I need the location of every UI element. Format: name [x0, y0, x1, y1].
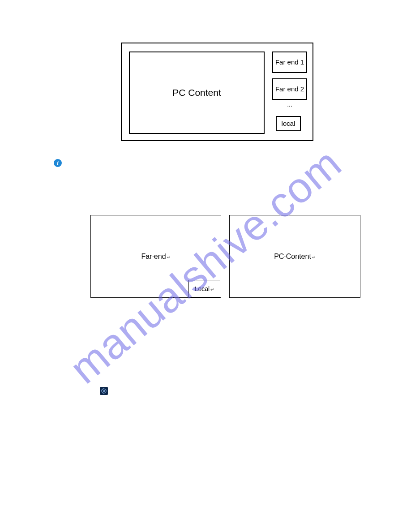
document-page: manualshive.com PC Content Far end 1 Far…	[0, 0, 411, 532]
diagram2-local-label: Local↵	[195, 285, 214, 292]
svg-point-0	[103, 390, 105, 392]
diagram2-left-panel: Far·end↵ Local↵	[90, 215, 221, 298]
diagram2-local-panel: Local↵	[188, 280, 220, 297]
step-3: 3. Tap Pair now.	[72, 433, 358, 443]
step-1: 1. Do one of the following:	[72, 363, 358, 373]
diagram1-ellipsis: ...	[272, 101, 307, 108]
diagram1-local-panel: local	[276, 116, 301, 131]
note-line-2: then press and hold the pairing combo ag…	[66, 165, 358, 174]
step-2: 2. On the remote control, enter the IP a…	[72, 420, 358, 430]
note-line-1: If the remote control fails to pair with…	[66, 156, 358, 165]
step-1-option-web: On your web user interface, go to System…	[72, 373, 358, 382]
step-1-option-remote-cont: tap Network pairing.	[72, 406, 358, 416]
diagram2-right-label: PC·Content↵	[274, 253, 316, 261]
section-heading-pairing: Pairing via Network	[54, 315, 358, 323]
note-block: i If the remote control fails to pair wi…	[54, 156, 358, 174]
layout-diagram-single-screen: PC Content Far end 1 Far end 2 ... local	[121, 43, 313, 141]
gear-icon	[100, 387, 108, 395]
diagram1-far-end-2: Far end 2	[272, 78, 307, 100]
layout-diagram-dual-screen: Far·end↵ Local↵ PC·Content↵	[90, 215, 361, 298]
body-line-same-network: Make sure the remote control and the dev…	[54, 339, 358, 349]
diagram2-right-panel: PC·Content↵	[229, 215, 360, 298]
diagram1-main-panel: PC Content	[129, 51, 265, 134]
diagram1-far-end-1: Far end 1	[272, 51, 307, 73]
info-icon: i	[54, 159, 62, 167]
step-1-option-remote: On the Home screen of the remote control…	[72, 386, 358, 396]
diagram2-left-label: Far·end↵	[141, 253, 170, 261]
